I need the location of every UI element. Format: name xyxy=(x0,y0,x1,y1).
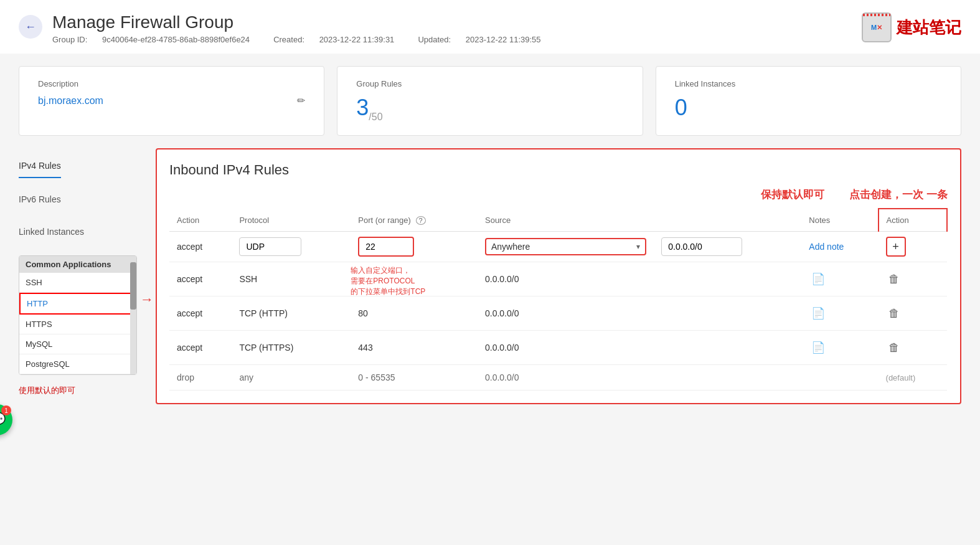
ip-input[interactable] xyxy=(661,237,742,256)
arrow-annotation: → xyxy=(140,291,154,308)
source-value: Anywhere xyxy=(491,242,530,252)
row2-spacer xyxy=(654,296,801,331)
row2-port: 80 xyxy=(351,296,478,331)
dropdown-item-ssh[interactable]: SSH xyxy=(19,273,136,293)
new-rule-action: accept xyxy=(169,232,232,262)
new-rule-port xyxy=(351,232,478,262)
port-header-text: Port (or range) xyxy=(358,216,411,225)
linked-instances-label: Linked Instances xyxy=(675,79,942,88)
description-content: bj.moraex.com ✏ xyxy=(38,95,305,107)
header-row: Action Protocol Port (or range) ? Source… xyxy=(169,209,947,232)
chat-button[interactable]: 💬 1 xyxy=(0,404,12,435)
annotations-row: 保持默认即可 点击创建，一次 一条 xyxy=(169,187,948,202)
dropdown-scrollbar[interactable] xyxy=(130,256,136,374)
row1-action: accept xyxy=(169,262,232,296)
logo-text: 建站笔记 xyxy=(897,17,961,39)
row1-protocol: SSH xyxy=(232,262,351,296)
dropdown-item-mysql[interactable]: MySQL xyxy=(19,334,136,354)
group-rules-number: 3 xyxy=(356,95,369,120)
row4-notes xyxy=(801,365,878,391)
add-rule-button[interactable]: + xyxy=(886,237,906,257)
row3-notes: 📄 xyxy=(801,331,878,365)
chat-badge: 1 xyxy=(1,405,11,415)
row3-delete: 🗑 xyxy=(879,331,947,365)
description-link[interactable]: bj.moraex.com xyxy=(38,95,103,107)
stat-card-linked-instances: Linked Instances 0 xyxy=(656,66,961,136)
row4-action: drop xyxy=(169,365,232,391)
stat-card-group-rules: Group Rules 3/50 xyxy=(337,66,643,136)
new-rule-ip xyxy=(654,232,801,262)
group-id-label: Group ID: xyxy=(52,35,87,44)
th-protocol: Protocol xyxy=(232,209,351,232)
annotation-click-create: 点击创建，一次 一条 xyxy=(849,187,948,202)
main-content: IPv4 Rules IPv6 Rules Linked Instances C… xyxy=(0,148,980,423)
linked-instances-value: 0 xyxy=(675,95,942,121)
header-left: ← Manage Firewall Group Group ID: 9c4006… xyxy=(19,12,554,44)
add-note-button[interactable]: Add note xyxy=(809,242,844,252)
row2-delete: 🗑 xyxy=(879,296,947,331)
sidebar-item-ipv6[interactable]: IPv6 Rules xyxy=(19,188,143,211)
row3-action: accept xyxy=(169,331,232,365)
stat-card-description: Description bj.moraex.com ✏ xyxy=(19,66,324,136)
row3-source: 0.0.0.0/0 xyxy=(478,331,654,365)
th-port: Port (or range) ? xyxy=(351,209,478,232)
delete-rule-button[interactable]: 🗑 xyxy=(886,305,902,323)
row1-port: 输入自定义端口，需要在PROTOCOL的下拉菜单中找到TCP — xyxy=(351,262,478,296)
row4-spacer xyxy=(654,365,801,391)
stats-row: Description bj.moraex.com ✏ Group Rules … xyxy=(0,54,980,148)
new-rule-notes: Add note xyxy=(801,232,878,262)
new-rule-source: Anywhere ▾ xyxy=(478,232,654,262)
rules-panel: Inbound IPv4 Rules 保持默认即可 点击创建，一次 一条 Act… xyxy=(156,148,961,404)
protocol-select[interactable]: UDP TCP ICMP xyxy=(239,237,301,256)
sidebar-item-linked-instances[interactable]: Linked Instances xyxy=(19,220,143,243)
logo-box: M✕ xyxy=(862,12,892,42)
back-button[interactable]: ← xyxy=(19,15,42,39)
th-action-col: Action xyxy=(879,209,947,232)
row1-source: 0.0.0.0/0 xyxy=(478,262,654,296)
row4-protocol: any xyxy=(232,365,351,391)
table-row: accept TCP (HTTPS) 443 0.0.0.0/0 📄 🗑 xyxy=(169,331,947,365)
new-rule-add: + xyxy=(879,232,947,262)
header: ← Manage Firewall Group Group ID: 9c4006… xyxy=(0,0,980,54)
source-select[interactable]: Anywhere ▾ xyxy=(485,238,646,255)
notes-icon-button[interactable]: 📄 xyxy=(809,304,827,323)
table-row-default: drop any 0 - 65535 0.0.0.0/0 (default) xyxy=(169,365,947,391)
page-title: Manage Firewall Group xyxy=(52,12,554,32)
notes-icon-button[interactable]: 📄 xyxy=(809,270,827,288)
common-apps-container: Common Applications SSH HTTP HTTPS MySQL… xyxy=(19,255,143,375)
rules-panel-title: Inbound IPv4 Rules xyxy=(169,162,948,178)
row4-default-tag: (default) xyxy=(879,365,947,391)
delete-rule-button[interactable]: 🗑 xyxy=(886,270,902,288)
updated-label: Updated: xyxy=(418,35,451,44)
created-label: Created: xyxy=(273,35,304,44)
delete-rule-button[interactable]: 🗑 xyxy=(886,339,902,357)
logo: M✕ 建站笔记 xyxy=(862,12,961,42)
default-tag: (default) xyxy=(886,373,916,382)
table-header: Action Protocol Port (or range) ? Source… xyxy=(169,209,947,232)
dropdown-scroll-thumb xyxy=(130,262,136,310)
sidebar: IPv4 Rules IPv6 Rules Linked Instances C… xyxy=(19,148,143,404)
sidebar-item-ipv4[interactable]: IPv4 Rules xyxy=(19,154,61,178)
common-apps-dropdown[interactable]: Common Applications SSH HTTP HTTPS MySQL… xyxy=(19,255,137,375)
row1-notes: 📄 xyxy=(801,262,878,296)
port-input[interactable] xyxy=(358,237,414,257)
row1-delete: 🗑 xyxy=(879,262,947,296)
annotation-keep-default: 保持默认即可 xyxy=(761,187,824,202)
port-help-icon[interactable]: ? xyxy=(416,216,426,225)
group-rules-max: /50 xyxy=(369,111,382,122)
common-apps-header: Common Applications xyxy=(19,256,136,273)
group-id-value: 9c40064e-ef28-4785-86ab-8898f0ef6e24 xyxy=(102,35,250,44)
dropdown-item-http[interactable]: HTTP xyxy=(19,293,136,315)
table-row: accept SSH 输入自定义端口，需要在PROTOCOL的下拉菜单中找到TC… xyxy=(169,262,947,296)
group-rules-label: Group Rules xyxy=(356,79,623,88)
row1-spacer xyxy=(654,262,801,296)
row2-source: 0.0.0.0/0 xyxy=(478,296,654,331)
row4-source: 0.0.0.0/0 xyxy=(478,365,654,391)
group-rules-value: 3/50 xyxy=(356,95,623,123)
header-meta: Group ID: 9c40064e-ef28-4785-86ab-8898f0… xyxy=(52,35,554,44)
dropdown-item-https[interactable]: HTTPS xyxy=(19,315,136,334)
dropdown-item-postgresql[interactable]: PostgreSQL xyxy=(19,354,136,374)
th-notes: Notes xyxy=(801,209,878,232)
notes-icon-button[interactable]: 📄 xyxy=(809,338,827,357)
edit-icon[interactable]: ✏ xyxy=(297,95,305,107)
